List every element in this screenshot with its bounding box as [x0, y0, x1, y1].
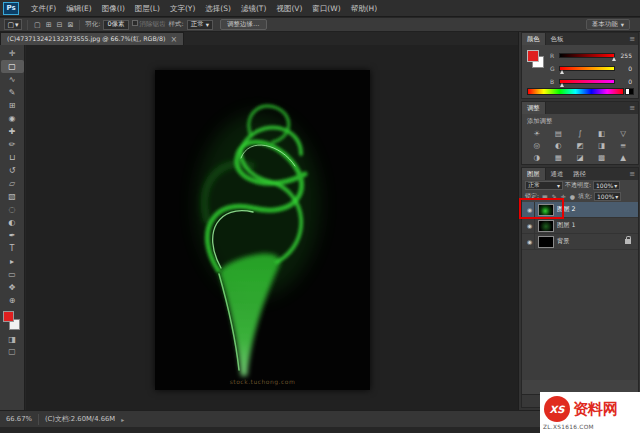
slider-thumb[interactable] [560, 83, 564, 87]
lasso-tool[interactable]: ∿ [1, 73, 24, 86]
color-balance-icon[interactable]: ◐ [548, 139, 570, 151]
foreground-color-swatch[interactable] [527, 50, 539, 62]
visibility-eye-icon[interactable]: ◉ [525, 234, 535, 250]
panel-menu-icon[interactable]: ≡ [629, 35, 635, 43]
lock-all-icon[interactable]: ● [569, 193, 576, 200]
crop-tool[interactable]: ⊞ [1, 99, 24, 112]
gradient-tool[interactable]: ▧ [1, 190, 24, 203]
color-spectrum-ramp[interactable] [527, 88, 624, 95]
hand-tool[interactable]: ✥ [1, 281, 24, 294]
blue-slider[interactable] [559, 79, 615, 84]
document-tab[interactable]: (C)473713242132373555.jpg @ 66.7%(红, RGB… [0, 32, 184, 45]
brush-tool[interactable]: ✏ [1, 138, 24, 151]
tab-color[interactable]: 颜色 [522, 33, 546, 45]
feather-input[interactable]: 0像素 [103, 20, 128, 30]
tool-preset-button[interactable]: ▢ ▾ [4, 19, 22, 30]
brightness-contrast-icon[interactable]: ☀ [526, 127, 548, 139]
blue-slider-row: B 0 [550, 77, 636, 85]
eraser-tool[interactable]: ▱ [1, 177, 24, 190]
menu-layer[interactable]: 图层(L) [130, 0, 165, 17]
antialias-checkbox[interactable]: 消除锯齿 [132, 20, 166, 29]
layer-name[interactable]: 背景 [557, 237, 570, 246]
blur-tool[interactable]: ◌ [1, 203, 24, 216]
quick-selection-tool[interactable]: ✎ [1, 86, 24, 99]
channel-mixer-icon[interactable]: ≡ [612, 139, 634, 151]
menu-window[interactable]: 窗口(W) [307, 0, 345, 17]
slider-thumb[interactable] [612, 57, 616, 61]
layer-thumbnail[interactable] [538, 236, 554, 248]
layer-row-background[interactable]: ◉ 背景 [522, 234, 638, 250]
threshold-icon[interactable]: ◪ [569, 151, 591, 163]
green-value[interactable]: 0 [618, 65, 632, 72]
tab-channels[interactable]: 通道 [546, 168, 569, 180]
status-options-arrow-icon[interactable]: ▸ [121, 416, 124, 423]
close-icon[interactable]: × [170, 35, 177, 44]
invert-icon[interactable]: ◑ [526, 151, 548, 163]
pen-tool[interactable]: ✒ [1, 229, 24, 242]
panel-menu-icon[interactable]: ≡ [629, 104, 635, 112]
subtract-selection-icon[interactable]: ⊟ [56, 21, 64, 29]
new-selection-icon[interactable]: ▢ [33, 21, 42, 29]
menu-view[interactable]: 视图(V) [271, 0, 307, 17]
black-white-icon[interactable]: ◩ [569, 139, 591, 151]
red-value[interactable]: 255 [618, 52, 632, 59]
move-tool[interactable]: ✛ [1, 47, 24, 60]
blue-value[interactable]: 0 [618, 78, 632, 85]
dodge-tool[interactable]: ◐ [1, 216, 24, 229]
menu-file[interactable]: 文件(F) [26, 0, 61, 17]
screen-mode-button[interactable]: ▢ [1, 345, 24, 357]
style-dropdown[interactable]: 正常▾ [187, 20, 213, 30]
blend-mode-dropdown[interactable]: 正常▾ [525, 181, 563, 190]
foreground-color-swatch[interactable] [3, 311, 14, 322]
type-tool[interactable]: T [1, 242, 24, 255]
layer-row-layer1[interactable]: ◉ 图层 1 [522, 218, 638, 234]
zoom-level-field[interactable]: 66.67% [6, 415, 32, 423]
menu-type[interactable]: 文字(Y) [165, 0, 200, 17]
hue-saturation-icon[interactable]: ◎ [526, 139, 548, 151]
layer-thumbnail[interactable] [538, 220, 554, 232]
visibility-eye-icon[interactable]: ◉ [525, 218, 535, 234]
exposure-icon[interactable]: ◧ [591, 127, 613, 139]
quick-mask-button[interactable]: ◨ [1, 333, 24, 345]
black-white-ramp[interactable] [625, 88, 634, 95]
red-slider[interactable] [559, 53, 615, 58]
shape-tool[interactable]: ▭ [1, 268, 24, 281]
menu-image[interactable]: 图像(I) [97, 0, 130, 17]
photo-filter-icon[interactable]: ◨ [591, 139, 613, 151]
curves-icon[interactable]: ∫ [569, 127, 591, 139]
healing-brush-tool[interactable]: ✚ [1, 125, 24, 138]
intersect-selection-icon[interactable]: ⊠ [66, 21, 74, 29]
add-selection-icon[interactable]: ⊞ [45, 21, 53, 29]
menu-filter[interactable]: 滤镜(T) [236, 0, 271, 17]
refine-edge-button[interactable]: 调整边缘… [220, 19, 267, 30]
levels-icon[interactable]: ▤ [548, 127, 570, 139]
canvas-area[interactable]: stock.tuchong.com [26, 45, 518, 410]
selective-color-icon[interactable]: ▲ [612, 151, 634, 163]
zoom-tool[interactable]: ⊕ [1, 294, 24, 307]
eyedropper-tool[interactable]: ◉ [1, 112, 24, 125]
fill-input[interactable]: 100%▾ [594, 192, 621, 201]
rectangular-marquee-tool[interactable]: ▢ [1, 60, 24, 73]
history-brush-tool[interactable]: ↺ [1, 164, 24, 177]
green-slider[interactable] [559, 66, 615, 71]
menu-select[interactable]: 选择(S) [200, 0, 236, 17]
red-slider-label: R [550, 52, 556, 59]
smoke-image[interactable]: stock.tuchong.com [155, 70, 370, 390]
panel-menu-icon[interactable]: ≡ [629, 170, 635, 178]
menu-help[interactable]: 帮助(H) [346, 0, 383, 17]
tab-adjustments[interactable]: 调整 [522, 102, 546, 114]
clone-stamp-tool[interactable]: ⊔ [1, 151, 24, 164]
tab-paths[interactable]: 路径 [568, 168, 591, 180]
posterize-icon[interactable]: ▦ [548, 151, 570, 163]
workspace-switcher-button[interactable]: 基本功能▾ [586, 19, 630, 30]
tab-swatches[interactable]: 色板 [546, 33, 569, 45]
gradient-map-icon[interactable]: ▩ [591, 151, 613, 163]
tab-layers[interactable]: 图层 [522, 168, 546, 180]
path-selection-tool[interactable]: ▸ [1, 255, 24, 268]
opacity-input[interactable]: 100%▾ [593, 181, 620, 190]
slider-thumb[interactable] [560, 70, 564, 74]
layer-name[interactable]: 图层 1 [557, 221, 576, 230]
menu-edit[interactable]: 编辑(E) [61, 0, 97, 17]
vibrance-icon[interactable]: ▽ [612, 127, 634, 139]
red-slider-row: R 255 [550, 51, 636, 59]
